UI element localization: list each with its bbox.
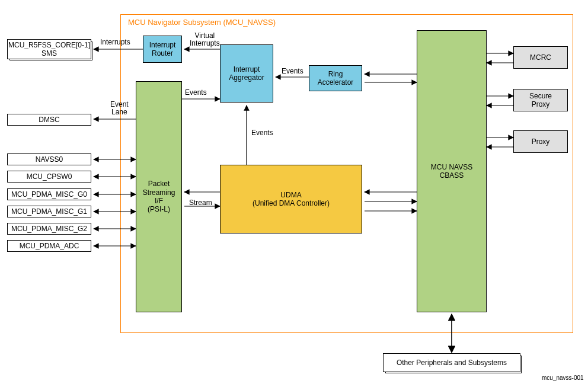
block-cbass: MCU NAVSS CBASS [417,30,487,312]
block-pdma-g2: MCU_PDMA_MISC_G2 [7,223,91,235]
block-ring-accelerator: Ring Accelerator [309,65,362,91]
block-udma: UDMA (Unified DMA Controller) [220,165,362,233]
block-pdma-g1: MCU_PDMA_MISC_G1 [7,206,91,217]
block-proxy: Proxy [513,130,568,153]
block-interrupt-router: Interrupt Router [143,36,182,63]
block-r5fss: MCU_R5FSS_CORE[0-1] SMS [7,39,91,59]
lbl-stream: Stream [189,199,212,207]
block-cpsw: MCU_CPSW0 [7,171,91,183]
block-other-peripherals: Other Peripherals and Subsystems [383,353,520,372]
block-navss0: NAVSS0 [7,153,91,165]
block-pdma-g0: MCU_PDMA_MISC_G0 [7,188,91,200]
block-pdma-adc: MCU_PDMA_ADC [7,240,91,252]
lbl-virtual-interrupts: Virtual Interrupts [190,32,220,47]
figure-id: mcu_navss-001 [542,375,584,381]
udma-title: UDMA [280,191,301,199]
lbl-events1: Events [282,68,303,75]
lbl-events3: Events [251,129,273,137]
lbl-events2: Events [185,89,207,97]
block-interrupt-aggregator: Interrupt Aggregator [220,44,273,103]
block-dmsc: DMSC [7,114,91,126]
navss-title: MCU Navigator Subsystem (MCU_NAVSS) [128,18,276,27]
lbl-event-lane: Event Lane [110,101,129,116]
lbl-interrupts: Interrupts [100,39,130,46]
block-mcrc: MCRC [513,46,568,69]
block-psil: Packet Streaming I/F (PSI-L) [136,81,182,312]
udma-subtitle: (Unified DMA Controller) [253,199,330,207]
block-secure-proxy: Secure Proxy [513,89,568,111]
